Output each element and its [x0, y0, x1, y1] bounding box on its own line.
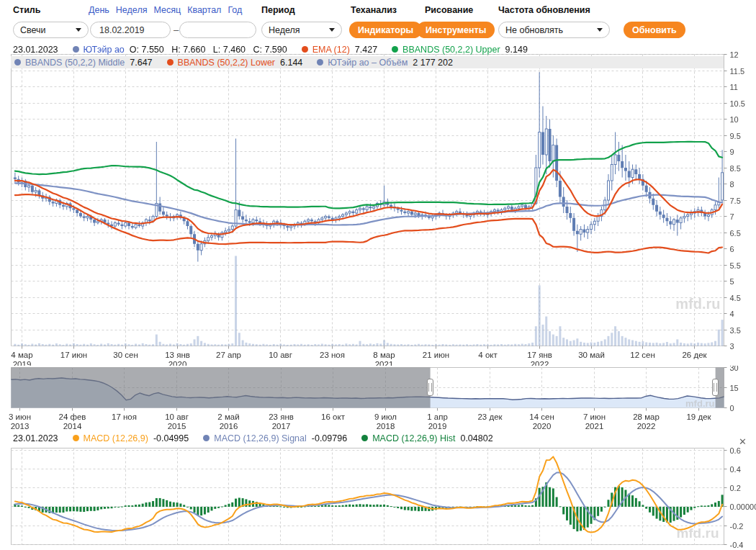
style-label: Стиль: [13, 5, 40, 15]
series-value: -0.09796: [312, 433, 347, 443]
legend-item: BBANDS (50,2,2) Middle7.647: [14, 58, 153, 68]
style-select[interactable]: Свечи: [13, 22, 89, 38]
navigator-handle-right[interactable]: [712, 379, 719, 396]
series-color-dot: [361, 435, 368, 441]
legend-item: ЮТэйр аоO: 7.550 H: 7.660 L: 7.460 C: 7.…: [73, 45, 287, 55]
date-from-input[interactable]: [90, 22, 171, 38]
series-color-dot: [203, 435, 210, 441]
legend-date: 23.01.2023: [13, 433, 58, 443]
macd-close-icon[interactable]: ✕: [739, 437, 747, 446]
frequency-select[interactable]: Не обновлять: [498, 22, 610, 38]
series-value: 2 177 202: [413, 58, 453, 68]
period-select[interactable]: Неделя: [261, 22, 342, 38]
series-value: -0.04995: [153, 433, 189, 443]
macd-legend-series: MACD (12,26,9)-0.04995MACD (12,26,9) Sig…: [73, 433, 508, 443]
series-color-dot: [317, 59, 323, 66]
freq-label: Частота обновления: [498, 5, 590, 15]
series-value: 0.04802: [460, 433, 492, 443]
indicators-button[interactable]: Индикаторы: [349, 22, 422, 38]
ta-label: Теханализ: [351, 5, 397, 15]
series-color-dot: [73, 46, 79, 53]
series-color-dot: [392, 46, 398, 53]
series-value: O: 7.550 H: 7.660 L: 7.460 C: 7.590: [130, 45, 287, 55]
main-chart-legend-row-1: 23.01.2023 ЮТэйр аоO: 7.550 H: 7.660 L: …: [13, 44, 542, 55]
series-label: ЮТэйр ао – Объём: [328, 58, 408, 68]
draw-label: Рисование: [425, 5, 473, 15]
series-value: 9.149: [505, 45, 528, 55]
tools-button[interactable]: Инструменты: [417, 22, 495, 38]
legend-item: ЮТэйр ао – Объём2 177 202: [317, 58, 453, 68]
chevron-down-icon: [329, 28, 335, 32]
series-label: MACD (12,26,9) Hist: [372, 433, 455, 443]
series-value: 7.427: [355, 45, 377, 55]
range-link-quarter[interactable]: Квартал: [187, 5, 221, 15]
macd-chart-canvas[interactable]: [0, 432, 756, 550]
refresh-button[interactable]: Обновить: [624, 22, 685, 38]
series-color-dot: [73, 435, 79, 441]
series-color-dot: [302, 46, 308, 53]
date-range-separator: –: [174, 24, 179, 35]
legend-series-row1: ЮТэйр аоO: 7.550 H: 7.660 L: 7.460 C: 7.…: [73, 45, 542, 55]
series-label: ЮТэйр ао: [84, 45, 125, 55]
series-label: BBANDS (50,2,2) Upper: [402, 45, 500, 55]
main-chart-canvas[interactable]: [0, 43, 756, 366]
charting-page: { "toolbar": { "style_label": "Стиль", "…: [0, 0, 756, 550]
macd-legend-row: 23.01.2023 MACD (12,26,9)-0.04995MACD (1…: [13, 433, 508, 443]
series-label: BBANDS (50,2,2) Lower: [178, 58, 275, 68]
series-color-dot: [167, 59, 174, 66]
date-to-input[interactable]: [179, 22, 256, 38]
series-value: 7.647: [130, 58, 152, 68]
range-link-day[interactable]: День: [89, 5, 109, 15]
range-link-year[interactable]: Год: [228, 5, 242, 15]
legend-item: MACD (12,26,9)-0.04995: [73, 433, 189, 443]
grip-lines-icon: [714, 383, 717, 392]
legend-item: BBANDS (50,2,2) Upper9.149: [392, 45, 528, 55]
period-label: Период: [261, 5, 295, 15]
legend-item: MACD (12,26,9) Hist0.04802: [361, 433, 493, 443]
navigator-handle-left[interactable]: [427, 379, 433, 396]
chevron-down-icon: [76, 28, 81, 32]
range-link-month[interactable]: Месяц: [153, 5, 181, 15]
series-label: EMA (12): [312, 45, 350, 55]
series-label: BBANDS (50,2,2) Middle: [25, 58, 125, 68]
legend-series-row2: BBANDS (50,2,2) Middle7.647BBANDS (50,2,…: [14, 58, 467, 68]
series-label: MACD (12,26,9): [84, 433, 148, 443]
range-link-week[interactable]: Неделя: [116, 5, 148, 15]
grip-lines-icon: [428, 383, 432, 392]
series-value: 6.144: [280, 58, 302, 68]
legend-date: 23.01.2023: [13, 45, 58, 55]
legend-item: EMA (12)7.427: [302, 45, 377, 55]
main-chart-legend-row-2: BBANDS (50,2,2) Middle7.647BBANDS (50,2,…: [11, 56, 724, 68]
series-label: MACD (12,26,9) Signal: [214, 433, 307, 443]
chevron-down-icon: [597, 28, 603, 32]
series-color-dot: [14, 59, 21, 66]
toolbar: Стиль День Неделя Месяц Квартал Год Пери…: [0, 0, 756, 42]
legend-item: BBANDS (50,2,2) Lower6.144: [167, 58, 303, 68]
legend-item: MACD (12,26,9) Signal-0.09796: [203, 433, 347, 443]
navigator-canvas[interactable]: [0, 366, 756, 432]
range-links: День Неделя Месяц Квартал Год: [89, 5, 242, 15]
